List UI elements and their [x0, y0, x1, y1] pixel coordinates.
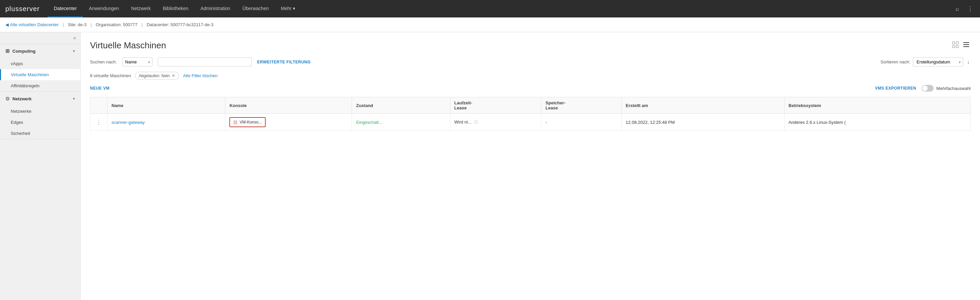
breadcrumb-sep1: |	[63, 22, 64, 27]
sort-label: Sortieren nach:	[881, 59, 910, 64]
col-erstellt: Erstellt am	[622, 97, 784, 114]
col-zustand: Zustand	[352, 97, 450, 114]
sidebar-item-affinitaetsregeln[interactable]: Affinitätsregeln	[0, 80, 80, 91]
search-icon[interactable]: ⌕	[954, 4, 961, 14]
multi-select-label: Mehrfachauswahl	[936, 86, 970, 91]
sort-direction-btn[interactable]: ↓	[966, 58, 970, 66]
nav-administration[interactable]: Administration	[194, 0, 236, 17]
svg-rect-3	[956, 45, 959, 48]
sidebar: « ⊞ Computing ▾ vApps Virtuelle Maschine…	[0, 32, 81, 300]
sort-select-wrap[interactable]: Erstellungsdatum	[913, 57, 963, 67]
search-select-wrap[interactable]: Name	[122, 57, 153, 67]
svg-rect-1	[956, 41, 959, 44]
svg-rect-4	[963, 42, 969, 43]
nav-bibliotheken[interactable]: Bibliotheken	[157, 0, 194, 17]
status-badge: Eingeschalt...	[356, 120, 382, 125]
main-content: Virtuelle Maschinen	[81, 32, 980, 300]
multi-select-toggle[interactable]	[921, 85, 934, 92]
row-os-cell: Anderes 2.6.x Linux-System (	[784, 114, 970, 131]
sidebar-section-computing: ⊞ Computing ▾ vApps Virtuelle Maschinen …	[0, 44, 80, 92]
nav-right: ⌕ ⋮	[954, 4, 975, 14]
row-status-cell: Eingeschalt...	[352, 114, 450, 131]
row-context-menu-btn[interactable]: ⋮	[94, 119, 103, 125]
more-vert-icon[interactable]: ⋮	[966, 4, 975, 14]
clear-filters-btn[interactable]: Alle Filter löschen	[183, 73, 218, 78]
sidebar-section-netzwerk-header[interactable]: ⊙ Netzwerk ▾	[0, 92, 80, 106]
vm-name-link[interactable]: scanner-gateway	[111, 120, 145, 125]
col-name: Name	[107, 97, 225, 114]
sidebar-item-virtuelle-maschinen[interactable]: Virtuelle Maschinen	[0, 69, 80, 80]
col-betriebssystem: Betriebssystem	[784, 97, 970, 114]
breadcrumb-sep2: |	[91, 22, 92, 27]
sidebar-section-computing-header[interactable]: ⊞ Computing ▾	[0, 44, 80, 58]
filter-result-bar: 8 virtuelle Maschinen Abgelaufen: Nein ✕…	[90, 72, 970, 79]
breadcrumb-back-btn[interactable]: ◀ Alle virtuellen Datecenter	[5, 22, 59, 27]
nav-ueberwachen[interactable]: Überwachen	[236, 0, 275, 17]
list-view-btn[interactable]	[962, 40, 970, 51]
nav-anwendungen[interactable]: Anwendungen	[83, 0, 125, 17]
filter-chip-remove-btn[interactable]: ✕	[172, 73, 175, 78]
row-speicher-cell: -	[541, 114, 622, 131]
sidebar-section-netzwerk: ⊙ Netzwerk ▾ Netzwerke Edges Sicherheit	[0, 92, 80, 139]
sidebar-item-netzwerke[interactable]: Netzwerke	[0, 106, 80, 117]
computing-chevron-icon: ▾	[73, 49, 75, 53]
netzwerk-chevron-icon: ▾	[73, 97, 75, 101]
sidebar-item-sicherheit[interactable]: Sicherheit	[0, 128, 80, 139]
console-btn[interactable]: ⊡ VM-Konso...	[229, 117, 266, 127]
breadcrumb-org: Organisation: 500777	[96, 22, 137, 27]
result-count: 8 virtuelle Maschinen	[90, 73, 131, 78]
nav-mehr[interactable]: Mehr ▾	[275, 0, 301, 17]
back-arrow-icon: ◀	[5, 22, 9, 27]
vm-table-body: ⋮ scanner-gateway ⊡ VM-Konso... Eingesch…	[90, 114, 970, 131]
search-label: Suchen nach:	[90, 59, 117, 64]
console-screen-icon: ⊡	[234, 119, 237, 125]
col-konsole: Konsole	[225, 97, 352, 114]
top-nav: plusserver Datecenter Anwendungen Netzwe…	[0, 0, 980, 17]
logo: plusserver	[5, 5, 40, 13]
export-vms-btn[interactable]: VMS EXPORTIEREN	[875, 86, 916, 90]
svg-rect-5	[963, 44, 969, 45]
col-laufzeit: Laufzeit-Lease	[450, 97, 541, 114]
action-bar-right: VMS EXPORTIEREN Mehrfachauswahl	[875, 85, 970, 92]
sidebar-item-vapps[interactable]: vApps	[0, 58, 80, 69]
row-name-cell: scanner-gateway	[107, 114, 225, 131]
grid-icon: ⊞	[5, 48, 10, 54]
vm-table: Name Konsole Zustand Laufzeit-Lease Spei…	[90, 97, 970, 131]
search-select[interactable]: Name	[122, 57, 153, 67]
filter-chip-abgelaufen: Abgelaufen: Nein ✕	[135, 72, 179, 79]
grid-view-btn[interactable]	[951, 40, 960, 51]
search-bar: Suchen nach: Name ERWEITERTE FILTERUNG S…	[90, 57, 970, 67]
view-toggles	[951, 40, 970, 51]
multi-select-toggle-wrap: Mehrfachauswahl	[921, 85, 970, 92]
svg-rect-2	[953, 45, 955, 48]
breadcrumb-dc: Datacenter: 500777-bc32117-de-3	[147, 22, 213, 27]
row-erstellt-cell: 12.08.2022, 12:25:48 PM	[622, 114, 784, 131]
laufzeit-info-icon[interactable]: ⓘ	[474, 120, 478, 124]
double-chevron-icon: «	[73, 35, 76, 41]
col-speicher: Speicher-Lease	[541, 97, 622, 114]
svg-rect-0	[953, 41, 955, 44]
vm-table-header: Name Konsole Zustand Laufzeit-Lease Spei…	[90, 97, 970, 114]
svg-rect-6	[963, 46, 969, 47]
row-menu-cell: ⋮	[90, 114, 107, 131]
main-layout: « ⊞ Computing ▾ vApps Virtuelle Maschine…	[0, 32, 980, 300]
sort-select[interactable]: Erstellungsdatum	[913, 57, 963, 67]
page-title: Virtuelle Maschinen	[90, 40, 166, 51]
new-vm-btn[interactable]: NEUE VM	[90, 86, 110, 90]
network-icon: ⊙	[5, 96, 10, 102]
table-row: ⋮ scanner-gateway ⊡ VM-Konso... Eingesch…	[90, 114, 970, 131]
advanced-filter-btn[interactable]: ERWEITERTE FILTERUNG	[257, 60, 311, 64]
breadcrumb-sep3: |	[142, 22, 142, 27]
breadcrumb-bar: ◀ Alle virtuellen Datecenter | Site: de-…	[0, 17, 980, 32]
action-bar: NEUE VM VMS EXPORTIEREN Mehrfachauswahl	[90, 85, 970, 92]
search-input[interactable]	[158, 57, 252, 67]
nav-datacenter[interactable]: Datecenter	[48, 0, 83, 17]
breadcrumb-site: Site: de-3	[68, 22, 87, 27]
sort-wrap: Sortieren nach: Erstellungsdatum ↓	[881, 57, 970, 67]
page-title-row: Virtuelle Maschinen	[90, 40, 970, 51]
nav-netzwerk[interactable]: Netzwerk	[125, 0, 156, 17]
sidebar-item-edges[interactable]: Edges	[0, 117, 80, 128]
row-laufzeit-cell: Wird ni... ⓘ	[450, 114, 541, 131]
vm-table-header-row: Name Konsole Zustand Laufzeit-Lease Spei…	[90, 97, 970, 114]
sidebar-collapse-btn[interactable]: «	[0, 32, 80, 44]
